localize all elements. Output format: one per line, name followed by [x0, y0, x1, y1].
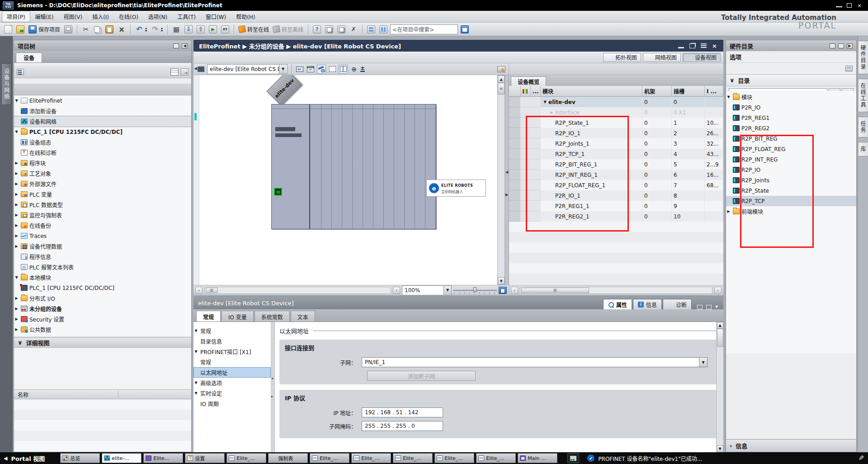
project-search-input[interactable]: [390, 24, 458, 34]
project-tree-item[interactable]: ▶ Security 设置: [14, 314, 191, 324]
redo-dropdown-icon[interactable]: ▾: [161, 27, 163, 31]
right-strip-tab[interactable]: 任务: [859, 117, 868, 137]
taskbar-tray-button[interactable]: [567, 453, 579, 463]
zoom-in-button[interactable]: ⊕: [349, 65, 359, 74]
expand-arrow-icon[interactable]: ▼: [542, 100, 547, 104]
project-tree-item[interactable]: ▶ 外部源文件: [14, 179, 191, 189]
delete-button[interactable]: [116, 24, 127, 35]
properties-tab[interactable]: 系统常数: [255, 311, 290, 322]
expand-arrow-icon[interactable]: ▼: [726, 95, 731, 99]
device-overview-row[interactable]: P2R_REG2_1 0 10: [509, 211, 723, 222]
device-overview-row[interactable]: P2R_REG1_1 0 9: [509, 201, 723, 211]
receive-alarms-button[interactable]: [324, 24, 335, 35]
catalog-section-header[interactable]: ∨ 目录: [726, 75, 856, 86]
device-overview-row[interactable]: ▼elite-dev 0 0: [509, 97, 723, 107]
right-strip-tab[interactable]: 库: [859, 142, 868, 156]
scroll-right-icon[interactable]: ›: [393, 287, 400, 294]
project-tree-item[interactable]: ▶ 程序块: [14, 158, 191, 168]
menu-item[interactable]: 编辑(E): [30, 11, 59, 22]
close-window-icon[interactable]: ×: [856, 3, 863, 8]
scroll-down-icon[interactable]: ▼: [498, 277, 505, 284]
project-tree-item[interactable]: ▶ 工艺对象: [14, 168, 191, 179]
zoom-slider-knob[interactable]: [473, 287, 476, 292]
device-view-canvas[interactable]: elite-dev e ELITE ROBOTS 艾利特机器人: [193, 75, 497, 285]
status-message[interactable]: ✔ PROFINET 设备名称"elite-dev1"已成功...: [587, 455, 702, 462]
expand-arrow-icon[interactable]: ▶: [726, 209, 731, 213]
zoom-slider[interactable]: [453, 287, 497, 294]
taskbar-window-button[interactable]: 强制表: [268, 453, 308, 463]
catalog-item[interactable]: R2P_IO: [726, 165, 856, 175]
project-tree-item[interactable]: ▶ 设备代理数据: [14, 241, 191, 251]
chevron-down-icon[interactable]: ▼: [443, 286, 451, 295]
toggle-grid-button[interactable]: [328, 65, 337, 74]
scrollbar-thumb[interactable]: [717, 329, 723, 347]
device-overview-row[interactable]: R2P_Joints_1 0 3 32...: [509, 138, 723, 149]
properties-tab[interactable]: IO 变量: [222, 311, 254, 322]
minimize-editor-icon[interactable]: [678, 43, 684, 48]
column-module[interactable]: 模块: [541, 86, 642, 96]
collapse-panel-icon[interactable]: ▶: [847, 43, 853, 48]
device-overview-row[interactable]: R2P_BIT_REG_1 0 5 2...9: [509, 159, 723, 170]
collapse-panel-icon[interactable]: ▼: [715, 305, 721, 309]
catalog-item[interactable]: P2R_REG2: [726, 123, 856, 133]
column-divider[interactable]: [118, 391, 118, 398]
project-tree-item[interactable]: 设备组态: [14, 137, 191, 147]
catalog-item[interactable]: R2P_Joints: [726, 175, 856, 185]
collapse-detail-icon[interactable]: ∨: [18, 339, 23, 346]
properties-side-button[interactable]: 诊断: [663, 299, 692, 309]
device-overview-row[interactable]: ▶Interface 0 0 X1: [509, 107, 723, 118]
device-overview-row[interactable]: R2P_State_1 0 1 10...: [509, 118, 723, 128]
catalog-item[interactable]: P2R_REG1: [726, 113, 856, 123]
pin-panel-icon[interactable]: [173, 43, 179, 48]
catalog-info-bar[interactable]: › 信息: [726, 439, 856, 452]
properties-nav-item[interactable]: ▼ PROFINET接口 [X1]: [193, 346, 271, 357]
properties-nav-item[interactable]: IO 周期: [193, 398, 271, 409]
project-tree-item[interactable]: ▼ PLC_1 [CPU 1215FC DC/DC/DC]: [14, 127, 191, 137]
show-editor-button[interactable]: [336, 24, 347, 35]
expand-arrow-icon[interactable]: ▶: [14, 192, 19, 196]
properties-nav-item[interactable]: ▼ 常规: [193, 326, 271, 336]
expand-arrow-icon[interactable]: ▼: [193, 381, 198, 385]
cross-references-button[interactable]: [348, 24, 359, 35]
stop-cpu-button[interactable]: [220, 24, 231, 35]
chevron-down-icon[interactable]: ▼: [699, 358, 707, 367]
float-panel-icon[interactable]: [697, 305, 703, 309]
properties-nav-item[interactable]: 目录信息: [193, 336, 271, 346]
scroll-up-icon[interactable]: ▲: [498, 76, 505, 83]
view-switch-button[interactable]: 设备视图: [683, 53, 721, 62]
maximize-window-icon[interactable]: [847, 3, 852, 8]
zoom-level-icon[interactable]: ±: [360, 66, 365, 72]
device-head-module[interactable]: [272, 104, 310, 229]
properties-side-button[interactable]: 属性: [603, 299, 632, 309]
subnet-mask-field[interactable]: 255 . 255 . 255 . 0: [362, 421, 443, 431]
catalog-item[interactable]: P2R_IO: [726, 102, 856, 113]
scrollbar-thumb[interactable]: ▥: [521, 288, 589, 293]
paste-button[interactable]: [104, 24, 115, 35]
toggle-overview-button[interactable]: [339, 65, 348, 74]
catalog-item[interactable]: R2P_TCP: [726, 196, 856, 206]
float-panel-icon[interactable]: [830, 43, 835, 48]
cut-button[interactable]: [80, 24, 91, 35]
undo-button[interactable]: ▾: [134, 24, 148, 35]
view-switch-button[interactable]: 网络视图: [643, 53, 681, 62]
snapshot-button[interactable]: [497, 65, 506, 74]
expand-arrow-icon[interactable]: ▼: [193, 350, 198, 354]
expand-arrow-icon[interactable]: ▶: [14, 223, 19, 227]
edit-labels-button[interactable]: [317, 65, 326, 74]
zoom-level-combo[interactable]: 100% ▼: [402, 285, 452, 295]
expand-arrow-icon[interactable]: ▶: [14, 317, 19, 321]
right-strip-tab[interactable]: 硬件目录: [859, 41, 868, 74]
print-button[interactable]: [63, 24, 74, 35]
collapse-panel-icon[interactable]: ◀: [182, 43, 188, 48]
expand-arrow-icon[interactable]: ▶: [14, 244, 19, 248]
show-names-button[interactable]: NAME: [306, 65, 315, 74]
add-subnet-button[interactable]: 添加新子网: [367, 371, 476, 381]
taskbar-window-button[interactable]: Elite_...: [351, 453, 391, 463]
column-slot[interactable]: 插槽: [672, 86, 705, 96]
show-module-labels-button[interactable]: [196, 65, 205, 74]
dock-panel-icon[interactable]: [838, 43, 844, 48]
detail-view-header[interactable]: ∨ 详细视图: [14, 337, 191, 348]
taskbar-window-button[interactable]: Elite_...: [226, 453, 266, 463]
project-tree-item[interactable]: ▶ 在线备份: [14, 220, 191, 231]
expand-arrow-icon[interactable]: ▼: [14, 130, 19, 134]
